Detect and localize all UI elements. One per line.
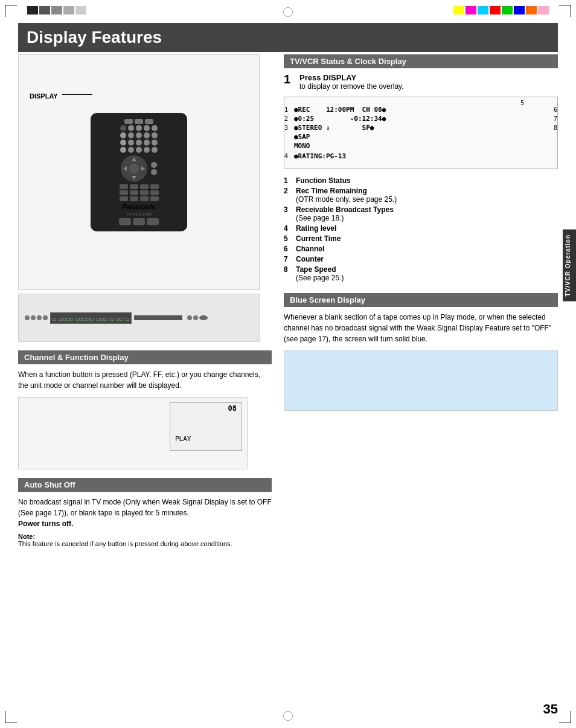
vcr-illustration: ⬡ ⬡⬡⬡⬡ ⬡⬡⬡⬡⬡ ⬡⬡⬡ ⬡ ⬡⬡ ⬡ — [18, 294, 260, 342]
status-row-3b: ●SAP — [294, 133, 548, 141]
reg-mark-bottom — [283, 711, 293, 721]
remote-body: Panasonic TV/VCR POR — [91, 113, 187, 231]
shutoff-header: Auto Shut Off — [18, 478, 272, 492]
shutoff-section: Auto Shut Off No broadcast signal in TV … — [18, 478, 272, 547]
feature-item-1: 1 Function Status — [284, 176, 558, 185]
step-title: Press DISPLAY — [299, 73, 404, 82]
corner-mark-br — [559, 711, 571, 723]
page-number: 35 — [543, 701, 558, 717]
page-title: Display Features — [18, 23, 558, 52]
reg-mark-top — [283, 7, 293, 17]
feature-item-2: 2 Rec Time Remaining (OTR mode only, see… — [284, 187, 558, 204]
channel-section-header: Channel & Function Display — [18, 350, 272, 364]
blue-description: Whenever a blank section of a tape comes… — [284, 312, 558, 344]
step-desc: to display or remove the overlay. — [299, 82, 404, 91]
corner-mark-tr — [559, 5, 571, 17]
panasonic-logo: Panasonic — [94, 203, 184, 210]
color-swatches — [453, 6, 549, 14]
display-label: DISPLAY — [30, 92, 58, 100]
channel-function-section: Channel & Function Display When a functi… — [18, 350, 272, 469]
feature-item-7: 7 Counter — [284, 255, 558, 263]
remote-illustration: DISPLAY — [18, 54, 260, 290]
status-row-1: 1 ●REC 12:00PM CH 08● 6 — [294, 106, 548, 114]
blue-screen-box — [284, 350, 558, 411]
feature-item-5: 5 Current Time — [284, 234, 558, 243]
step-content: Press DISPLAY to display or remove the o… — [299, 73, 404, 91]
tv-section-header: TV/VCR Status & Clock Display — [284, 54, 558, 68]
status-row-4: 4 ●RATING:PG-13 — [294, 152, 548, 160]
status-display-box: 5 1 ●REC 12:00PM CH 08● 6 2 ●0:25 -0:12:… — [284, 97, 558, 169]
status-row-2: 2 ●0:25 -0:12:34● 7 — [294, 115, 548, 123]
channel-display-area: 08 PLAY — [18, 397, 248, 469]
display-arrow-line — [62, 94, 92, 95]
feature-item-4: 4 Rating level — [284, 224, 558, 233]
left-column: DISPLAY — [18, 54, 272, 547]
play-mode: PLAY — [175, 435, 191, 443]
tv-vcr-section: TV/VCR Status & Clock Display 1 Press DI… — [284, 54, 558, 282]
status-row-3: 3 ●STEREO ↓ SP● 8 — [294, 124, 548, 132]
step-number: 1 — [284, 73, 295, 85]
black-swatches — [27, 6, 86, 14]
feature-list: 1 Function Status 2 Rec Time Remaining (… — [284, 176, 558, 282]
corner-mark-tl — [5, 5, 17, 17]
step-1: 1 Press DISPLAY to display or remove the… — [284, 73, 558, 91]
panasonic-sub: TV/VCR POR — [94, 212, 184, 216]
channel-number: 08 — [228, 404, 237, 413]
channel-description: When a function button is pressed (PLAY,… — [18, 369, 272, 391]
feature-item-8: 8 Tape Speed (See page 25.) — [284, 265, 558, 282]
status-row-3c: MONO — [294, 142, 548, 150]
blue-section-header: Blue Screen Display — [284, 293, 558, 307]
corner-mark-bl — [5, 711, 17, 723]
feature-item-6: 6 Channel — [284, 245, 558, 253]
right-column: TV/VCR Status & Clock Display 1 Press DI… — [284, 54, 558, 411]
side-tab: TV/VCR Operation — [563, 230, 576, 301]
feature-item-3: 3 Receivable Broadcast Types (See page 1… — [284, 205, 558, 222]
shutoff-note: Note: This feature is canceled if any bu… — [18, 533, 272, 547]
shutoff-description: No broadcast signal in TV mode (Only whe… — [18, 497, 272, 529]
blue-screen-section: Blue Screen Display Whenever a blank sec… — [284, 293, 558, 411]
channel-overlay: 08 PLAY — [170, 402, 242, 451]
